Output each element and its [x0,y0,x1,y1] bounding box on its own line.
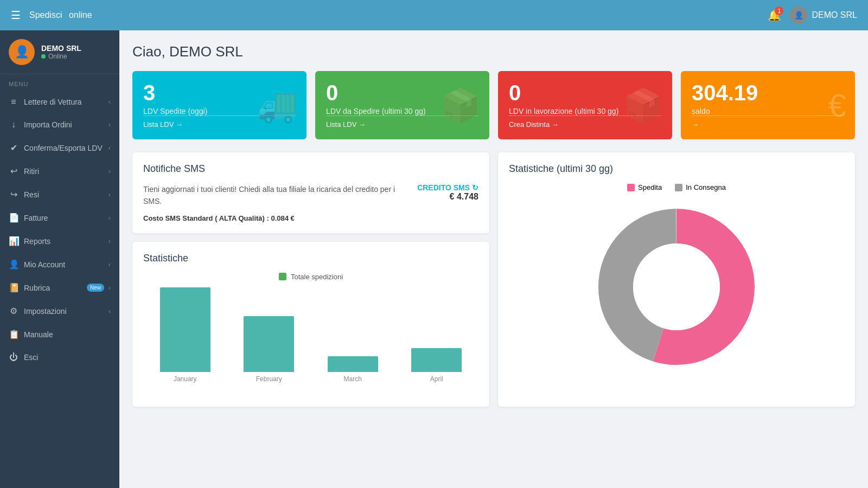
bar-april [411,348,462,372]
legend-spedita: Spedita [627,183,662,191]
sidebar-item-left: 📋 Manuale [9,329,53,339]
stats-row: 3 LDV Spedite (oggi) 🚚 Lista LDV → 0 LDV… [132,71,855,139]
bell-icon[interactable]: 🔔 1 [768,9,781,22]
sidebar-label-impostazioni: Impostazioni [24,307,67,316]
sidebar-item-left: 📔 Rubrica [9,282,50,293]
sidebar-item-right-importa-ordini: ‹ [108,121,111,129]
stat-icon-saldo: € [828,87,846,124]
chevron-icon-fatture: ‹ [108,214,111,222]
sidebar-item-lettere-di-vettura[interactable]: ≡ Lettere di Vettura ‹ [0,91,119,113]
left-panel: Notifiche SMS Tieni aggiornati i tuoi cl… [132,152,489,407]
donut-chart-card: Statistiche (ultimi 30 gg) Spedita In Co… [498,152,855,407]
stat-icon-ldv-da-spedire: 📦 [440,86,481,125]
donut-legend: Spedita In Consegna [627,183,726,191]
sidebar-item-fatture[interactable]: 📄 Fatture ‹ [0,206,119,229]
sidebar-item-left: ↩ Ritiri [9,166,39,176]
bar-march [328,356,378,372]
legend-pink-dot [627,184,635,191]
sidebar-icon-fatture: 📄 [9,213,18,223]
bar-february [244,316,294,372]
sidebar-label-resi: Resi [24,190,39,199]
sidebar-item-rubrica[interactable]: 📔 Rubrica New ‹ [0,276,119,299]
stat-card-top-saldo: 304.19 saldo [692,82,844,115]
bar-january [160,287,210,372]
sidebar-item-right-mio-account: ‹ [108,261,111,268]
sidebar-icon-ritiri: ↩ [9,166,18,176]
sidebar-item-resi[interactable]: ↪ Resi ‹ [0,183,119,206]
page-title: Ciao, DEMO SRL [132,43,855,60]
legend-gray-dot [675,184,682,191]
donut-container: Spedita In Consegna [509,183,844,374]
stat-label-saldo: saldo [692,107,844,115]
sidebar-item-left: 📄 Fatture [9,213,48,223]
sidebar-label-reports: Reports [24,237,50,246]
bar-chart-card: Statistiche Totale spedizioni January Fe… [132,242,489,407]
credito-sms-button[interactable]: CREDITO SMS ↻ [417,183,478,192]
sidebar-label-rubrica: Rubrica [24,284,50,292]
sidebar-item-right-impostazioni: ‹ [108,307,111,315]
sidebar-label-conferma-esporta: Conferma/Esporta LDV [24,144,103,152]
stat-card-ldv-spedite: 3 LDV Spedite (oggi) 🚚 Lista LDV → [132,71,307,139]
sidebar-item-reports[interactable]: 📊 Reports ‹ [0,229,119,253]
topbar-left: ☰ Spedisci . online [11,9,92,22]
sidebar-item-right-reports: ‹ [108,237,111,245]
sidebar-avatar: 👤 [9,39,35,65]
sms-card-title: Notifiche SMS [143,163,478,175]
chevron-icon-ritiri: ‹ [108,168,111,175]
sidebar-item-conferma-esporta[interactable]: ✔ Conferma/Esporta LDV ‹ [0,136,119,159]
sidebar-item-left: 📊 Reports [9,236,50,246]
sidebar-item-ritiri[interactable]: ↩ Ritiri ‹ [0,159,119,183]
sms-credit-info: CREDITO SMS ↻ € 4.748 [417,183,478,202]
sidebar-icon-conferma-esporta: ✔ [9,143,18,153]
sidebar-item-importa-ordini[interactable]: ↓ Importa Ordini ‹ [0,113,119,136]
sidebar-label-esci: Esci [24,353,38,362]
status: Online [41,53,81,60]
sidebar-label-mio-account: Mio Account [24,260,65,269]
topbar: ☰ Spedisci . online 🔔 1 👤 DEMO SRL [0,0,868,30]
bar-label-february: February [256,375,282,383]
user-name: DEMO SRL [812,10,857,20]
bar-group-february: February [227,287,311,383]
sidebar-label-lettere-di-vettura: Lettere di Vettura [24,98,82,106]
chevron-icon-mio-account: ‹ [108,261,111,268]
stat-card-ldv-lavorazione: 0 LDV in lavorazione (ultimi 30 gg) 📦 Cr… [498,71,672,139]
sidebar-item-left: ↓ Importa Ordini [9,120,72,130]
chevron-icon-importa-ordini: ‹ [108,121,111,129]
bar-chart-title: Statistiche [143,253,478,264]
sidebar-items: ≡ Lettere di Vettura ‹ ↓ Importa Ordini … [0,91,119,369]
sidebar-item-manuale[interactable]: 📋 Manuale [0,323,119,346]
sidebar-label-manuale: Manuale [24,330,53,339]
donut-svg [590,200,763,374]
sidebar-icon-rubrica: 📔 [9,282,18,293]
sms-cost: Costo SMS Standard ( ALTA Qualità) : 0.0… [143,214,478,222]
sidebar-item-right-ritiri: ‹ [108,168,111,175]
bar-chart-inner: January February March April [143,287,478,396]
sidebar-item-left: ≡ Lettere di Vettura [9,97,82,107]
credito-value: € 4.748 [417,192,478,202]
sidebar-icon-resi: ↪ [9,189,18,200]
sidebar-item-mio-account[interactable]: 👤 Mio Account ‹ [0,253,119,276]
sidebar-item-impostazioni[interactable]: ⚙ Impostazioni ‹ [0,299,119,323]
sidebar-icon-reports: 📊 [9,236,18,246]
sidebar-icon-manuale: 📋 [9,329,18,339]
bar-chart: January February March April [143,287,478,396]
user-info[interactable]: 👤 DEMO SRL [790,7,857,24]
hamburger-icon[interactable]: ☰ [11,9,21,22]
stat-icon-ldv-lavorazione: 📦 [623,86,663,125]
sidebar-item-esci[interactable]: ⏻ Esci [0,346,119,369]
bell-badge: 1 [775,7,783,15]
legend-spedita-label: Spedita [638,183,662,191]
sidebar-icon-importa-ordini: ↓ [9,120,18,130]
bottom-row: Notifiche SMS Tieni aggiornati i tuoi cl… [132,152,855,407]
stat-icon-ldv-spedite: 🚚 [257,86,298,125]
sms-row: Tieni aggiornati i tuoi clienti! Chiedi … [143,183,478,208]
sidebar-icon-lettere-di-vettura: ≡ [9,97,18,107]
layout: 👤 DEMO SRL Online MENU ≡ Lettere di Vett… [0,30,868,488]
sidebar: 👤 DEMO SRL Online MENU ≡ Lettere di Vett… [0,30,119,488]
legend-consegna: In Consegna [675,183,726,191]
bar-chart-legend: Totale spedizioni [143,273,478,281]
sidebar-item-right-fatture: ‹ [108,214,111,222]
stat-link-saldo[interactable]: → [692,115,844,129]
main-content: Ciao, DEMO SRL 3 LDV Spedite (oggi) 🚚 Li… [119,30,868,488]
sidebar-item-left: ⏻ Esci [9,352,38,362]
